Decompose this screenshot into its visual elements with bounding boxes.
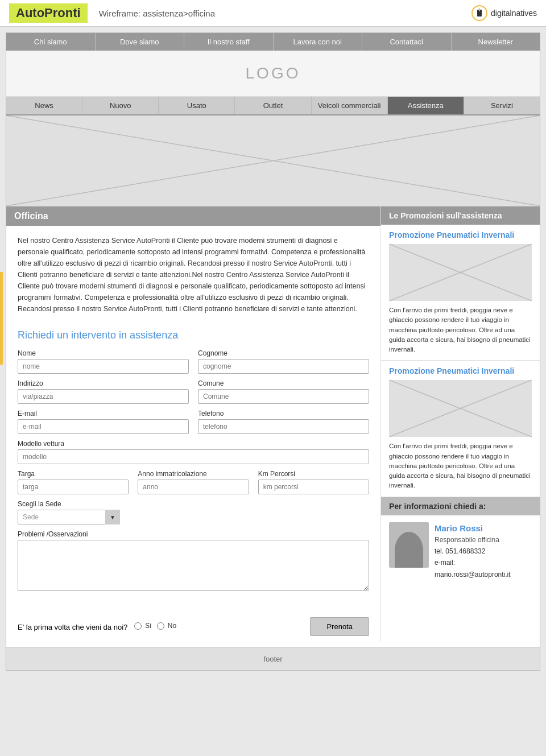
indirizzo-input[interactable] (18, 389, 189, 404)
side-label: PRIMA SCHERMATA VISIBILE (0, 272, 3, 365)
radio-no-label: No (168, 622, 176, 630)
radio-no-input[interactable] (157, 622, 164, 630)
radio-si-input[interactable] (134, 622, 142, 630)
logo-placeholder: LOGO (246, 64, 301, 82)
form-row-modello: Modello vettura (18, 440, 369, 464)
promo-2-placeholder-svg (389, 380, 532, 437)
nav-main-nuovo[interactable]: Nuovo (82, 97, 159, 114)
promo-1-text: Con l'arrivo dei primi freddi, pioggia n… (389, 305, 532, 354)
logo-area: LOGO (6, 51, 540, 97)
contact-block: Mario Rossi Responsabile officina tel. 0… (381, 515, 540, 588)
radio-no: No (157, 622, 176, 630)
banner-area (6, 115, 540, 206)
sede-select-wrapper: Sede ▼ (18, 510, 120, 524)
wireframe-label: Wireframe: assistenza>officina (99, 9, 460, 18)
cognome-label: Cognome (198, 349, 369, 357)
contact-info: Mario Rossi Responsabile officina tel. 0… (435, 522, 511, 581)
nav-main-outlet[interactable]: Outlet (235, 97, 311, 114)
form-group-sede: Scegli la Sede Sede ▼ (18, 500, 120, 524)
contact-email: mario.rossi@autopronti.it (435, 569, 511, 580)
form-group-cognome: Cognome (198, 349, 369, 374)
nav-main-servizi[interactable]: Servizi (464, 97, 540, 114)
page-wrapper: PRIMA SCHERMATA VISIBILE Chi siamo Dove … (6, 32, 540, 671)
comune-input[interactable] (198, 389, 369, 404)
problemi-label: Problemi /Osservazioni (18, 530, 369, 538)
modello-input[interactable] (18, 449, 369, 464)
km-input[interactable] (258, 480, 369, 494)
promo-1-title: Promozione Pneumatici Invernali (389, 230, 532, 239)
promo-1-image (389, 244, 532, 301)
dn-logo: digitalnatives (471, 5, 537, 21)
targa-input[interactable] (18, 480, 129, 494)
promo-2-text: Con l'arrivo dei primi freddi, pioggia n… (389, 441, 532, 490)
modello-label: Modello vettura (18, 440, 369, 448)
right-column: Le Promozioni sull'assistenza Promozione… (380, 206, 540, 642)
form-group-indirizzo: Indirizzo (18, 379, 189, 404)
prenota-button[interactable]: Prenota (310, 617, 369, 636)
nav-main-assistenza[interactable]: Assistenza (388, 97, 464, 114)
form-group-anno: Anno immatricolazione (138, 470, 249, 494)
promo-block-2: Promozione Pneumatici Invernali Con l'ar… (381, 361, 540, 497)
radio-si-label: Sì (145, 622, 151, 630)
promo-block-1: Promozione Pneumatici Invernali Con l'ar… (381, 225, 540, 361)
telefono-input[interactable] (198, 419, 369, 434)
targa-label: Targa (18, 470, 129, 478)
form-row-targa-anno-km: Targa Anno immatricolazione Km Percorsi (18, 470, 369, 494)
top-header: AutoPronti Wireframe: assistenza>officin… (0, 0, 546, 27)
form-group-problemi: Problemi /Osservazioni (18, 530, 369, 591)
left-column: Officina Nel nostro Centro Assistenza Se… (6, 206, 380, 642)
comune-label: Comune (198, 379, 369, 387)
svg-rect-2 (479, 8, 480, 11)
dn-logo-icon (471, 5, 487, 21)
promo-1-placeholder-svg (389, 244, 532, 301)
form-row-indirizzo-comune: Indirizzo Comune (18, 379, 369, 404)
officina-body-text: Nel nostro Centro Assistenza Service Aut… (6, 226, 380, 324)
km-label: Km Percorsi (258, 470, 369, 478)
nome-input[interactable] (18, 359, 189, 374)
nome-label: Nome (18, 349, 189, 357)
nav-main-usato[interactable]: Usato (159, 97, 235, 114)
radio-si: Sì (134, 622, 151, 630)
form-group-km: Km Percorsi (258, 470, 369, 494)
content-area: Officina Nel nostro Centro Assistenza Se… (6, 206, 540, 642)
indirizzo-label: Indirizzo (18, 379, 189, 387)
contact-tel: tel. 051.4688332 (435, 546, 511, 557)
form-row-email-telefono: E-mail Telefono (18, 410, 369, 434)
nav-main-news[interactable]: News (6, 97, 82, 114)
form-row-sede: Scegli la Sede Sede ▼ (18, 500, 369, 524)
nav-main-veicoli[interactable]: Veicoli commerciali (312, 97, 388, 114)
cognome-input[interactable] (198, 359, 369, 374)
problemi-textarea[interactable] (18, 540, 369, 591)
email-input[interactable] (18, 419, 189, 434)
form-heading: Richiedi un intervento in assistenza (6, 324, 380, 349)
nav-top-item-newsletter[interactable]: Newsletter (452, 33, 540, 51)
promozioni-header: Le Promozioni sull'assistenza (381, 206, 540, 225)
info-header: Per informazioni chiedi a: (381, 497, 540, 515)
avatar-silhouette (395, 532, 423, 568)
nav-top-item-lavora[interactable]: Lavora con noi (274, 33, 363, 51)
prima-volta-group: E' la prima volta che vieni da noi? Sì N… (18, 622, 176, 631)
form-row-nome-cognome: Nome Cognome (18, 349, 369, 374)
nav-top-item-contattaci[interactable]: Contattaci (362, 33, 452, 51)
anno-label: Anno immatricolazione (138, 470, 249, 478)
form-row-problemi: Problemi /Osservazioni (18, 530, 369, 591)
nav-top-item-dove-siamo[interactable]: Dove siamo (96, 33, 185, 51)
nav-top-item-chi-siamo[interactable]: Chi siamo (6, 33, 96, 51)
form-group-comune: Comune (198, 379, 369, 404)
promo-2-image (389, 380, 532, 437)
sede-label: Scegli la Sede (18, 500, 120, 508)
email-label: E-mail (18, 410, 189, 418)
anno-input[interactable] (138, 480, 249, 494)
banner-placeholder-svg (6, 115, 540, 206)
sede-select[interactable]: Sede (18, 510, 120, 524)
prima-volta-label: E' la prima volta che vieni da noi? (18, 623, 127, 631)
nav-top: Chi siamo Dove siamo Il nostro staff Lav… (6, 33, 540, 51)
nav-main: News Nuovo Usato Outlet Veicoli commerci… (6, 97, 540, 115)
site-logo: AutoPronti (9, 3, 88, 23)
telefono-label: Telefono (198, 410, 369, 418)
form-area: Nome Cognome Indirizzo Comune (6, 349, 380, 608)
nav-top-item-staff[interactable]: Il nostro staff (184, 33, 274, 51)
form-group-email: E-mail (18, 410, 189, 434)
contact-inner: Mario Rossi Responsabile officina tel. 0… (389, 522, 532, 581)
form-bottom: E' la prima volta che vieni da noi? Sì N… (6, 612, 380, 642)
